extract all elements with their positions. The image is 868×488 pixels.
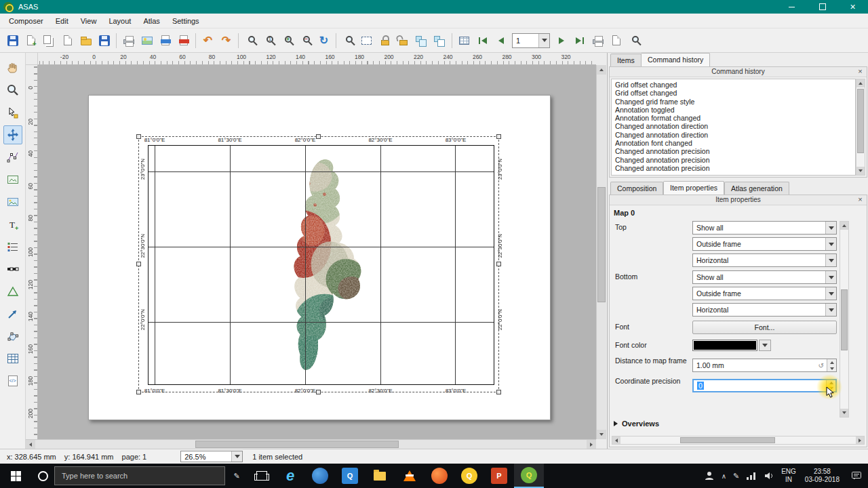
- export-svg-button[interactable]: [156, 31, 174, 49]
- add-html-frame-button[interactable]: </>: [3, 371, 22, 390]
- action-center-button[interactable]: [845, 464, 868, 488]
- add-new-label-button[interactable]: T+: [3, 215, 22, 234]
- tab-atlas-generation[interactable]: Atlas generation: [724, 182, 789, 195]
- selection-handle[interactable]: [136, 262, 141, 266]
- chevron-down-icon[interactable]: [825, 287, 836, 300]
- chevron-down-icon[interactable]: [825, 238, 836, 250]
- maximize-button[interactable]: [807, 0, 837, 14]
- taskbar-icon-file-explorer[interactable]: [365, 464, 395, 488]
- close-icon[interactable]: ×: [856, 195, 865, 203]
- tray-volume-button[interactable]: [760, 464, 778, 488]
- scrollbar-thumb[interactable]: [841, 289, 848, 350]
- tray-network-button[interactable]: [743, 464, 760, 488]
- menu-item[interactable]: Settings: [166, 15, 205, 27]
- minimize-button[interactable]: [776, 0, 807, 14]
- zoom-level-select[interactable]: 26.5%: [180, 451, 243, 462]
- move-item-content-button[interactable]: [3, 125, 22, 144]
- command-history-entry[interactable]: Changed grid frame style: [615, 98, 855, 106]
- precision-spinbox[interactable]: 0: [692, 379, 837, 392]
- menu-item[interactable]: Edit: [50, 15, 75, 27]
- scroll-right-icon[interactable]: [856, 436, 864, 444]
- close-icon[interactable]: ×: [856, 67, 865, 75]
- atlas-settings-button[interactable]: [625, 31, 644, 49]
- save-project-button[interactable]: [3, 31, 22, 49]
- scrollbar-thumb[interactable]: [680, 437, 775, 443]
- canvas-vertical-scrollbar[interactable]: [596, 65, 606, 439]
- zoom-full-button[interactable]: [241, 31, 260, 49]
- selection-handle[interactable]: [136, 134, 141, 139]
- selection-handle[interactable]: [496, 262, 501, 266]
- command-history-entry[interactable]: Grid offset changed: [615, 89, 855, 97]
- command-history-entry[interactable]: Annotation toggled: [615, 106, 855, 114]
- add-new-scalebar-button[interactable]: [3, 260, 22, 279]
- ungroup-items-button[interactable]: [431, 31, 449, 49]
- add-attribute-table-button[interactable]: [3, 349, 22, 368]
- canvas-horizontal-scrollbar[interactable]: [26, 439, 596, 449]
- taskbar-search-input[interactable]: Type here to search: [54, 466, 225, 485]
- export-pdf-button[interactable]: [174, 31, 193, 49]
- taskbar-icon-qgis[interactable]: Q: [454, 464, 484, 488]
- windows-ink-button[interactable]: ✎: [225, 464, 248, 488]
- tab-composition[interactable]: Composition: [610, 182, 663, 195]
- bottom-frame-select[interactable]: Outside frame: [692, 287, 837, 300]
- previous-feature-button[interactable]: [492, 31, 510, 49]
- command-history-entry[interactable]: Changed annotation precision: [615, 164, 855, 172]
- add-new-legend-button[interactable]: [3, 237, 22, 256]
- zoom-in-button[interactable]: [278, 31, 296, 49]
- zoom-out-button[interactable]: [296, 31, 315, 49]
- redo-button[interactable]: ↷: [217, 31, 235, 49]
- add-arrow-button[interactable]: [3, 304, 22, 323]
- map-item[interactable]: 81°0'0"E81°30'0"E82°0'0"E82°30'0"E83°0'0…: [138, 136, 499, 392]
- first-feature-button[interactable]: [473, 31, 492, 49]
- selection-handle[interactable]: [136, 390, 141, 394]
- add-image-button[interactable]: [3, 192, 22, 211]
- zoom-composer-button[interactable]: [3, 81, 22, 100]
- chevron-down-icon[interactable]: [825, 271, 836, 283]
- edit-nodes-item-button[interactable]: [3, 148, 22, 167]
- tray-pen-button[interactable]: ✎: [730, 464, 743, 488]
- command-history-entry[interactable]: Grid offset changed: [615, 81, 855, 89]
- font-color-swatch[interactable]: [692, 340, 757, 351]
- zoom-region-button[interactable]: [339, 31, 357, 49]
- chevron-down-icon[interactable]: [231, 451, 242, 462]
- scroll-down-icon[interactable]: [597, 430, 606, 439]
- command-history-scrollbar[interactable]: [856, 79, 865, 176]
- export-atlas-button[interactable]: [607, 31, 625, 49]
- scroll-left-icon[interactable]: [612, 436, 620, 444]
- selection-handle[interactable]: [316, 390, 321, 394]
- add-basic-shape-button[interactable]: [3, 282, 22, 301]
- font-button[interactable]: Font...: [692, 321, 837, 334]
- command-history-entry[interactable]: Changed annotation direction: [615, 122, 855, 130]
- command-history-entry[interactable]: Changed annotation precision: [615, 147, 855, 155]
- tray-user-button[interactable]: [701, 464, 718, 488]
- composition-page[interactable]: 81°0'0"E81°30'0"E82°0'0"E82°30'0"E83°0'0…: [88, 95, 551, 420]
- menu-item[interactable]: Layout: [102, 15, 137, 27]
- new-composition-button[interactable]: [22, 31, 40, 49]
- font-color-dropdown[interactable]: [759, 340, 771, 351]
- command-history-entry[interactable]: Changed annotation direction: [615, 131, 855, 139]
- scroll-up-icon[interactable]: [597, 65, 606, 75]
- tab-item-properties[interactable]: Item properties: [663, 181, 724, 195]
- scroll-left-icon[interactable]: [26, 440, 35, 449]
- duplicate-composition-button[interactable]: [40, 31, 58, 49]
- chevron-down-icon[interactable]: [825, 254, 836, 266]
- tab-items[interactable]: Items: [610, 54, 642, 66]
- command-history-entry[interactable]: Annotation font changed: [615, 139, 855, 147]
- task-view-button[interactable]: [248, 464, 275, 488]
- atlas-feature-number-input[interactable]: 1: [512, 33, 550, 48]
- selection-handle[interactable]: [316, 134, 321, 139]
- bottom-show-select[interactable]: Show all: [692, 270, 837, 284]
- tray-language-indicator[interactable]: ENGIN: [778, 464, 800, 488]
- taskbar-icon-qgis-active[interactable]: Q: [514, 464, 544, 488]
- print-atlas-button[interactable]: [589, 31, 607, 49]
- properties-horizontal-scrollbar[interactable]: [612, 436, 865, 445]
- selection-handle[interactable]: [496, 390, 501, 394]
- scroll-up-icon[interactable]: [840, 222, 848, 230]
- taskbar-icon-edge[interactable]: e: [275, 464, 305, 488]
- selection-handle[interactable]: [496, 134, 501, 139]
- taskbar-icon-app-blue[interactable]: [305, 464, 335, 488]
- load-template-button[interactable]: [77, 31, 95, 49]
- close-button[interactable]: [837, 0, 868, 14]
- tray-expand-button[interactable]: ∧: [718, 464, 730, 488]
- top-frame-select[interactable]: Outside frame: [692, 237, 837, 251]
